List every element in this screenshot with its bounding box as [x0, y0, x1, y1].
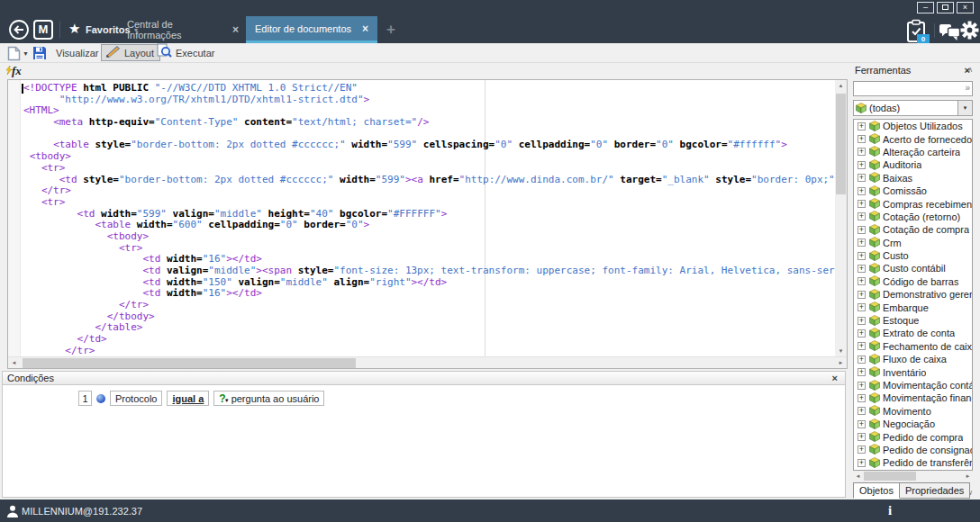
tree-item[interactable]: + Movimento [854, 405, 972, 418]
expand-plus-icon[interactable]: + [858, 342, 866, 350]
tree-item[interactable]: + Movimentação financeira [854, 392, 972, 404]
tree-item[interactable]: + Inventário [854, 365, 972, 378]
expand-plus-icon[interactable]: + [858, 291, 866, 299]
tab-close-icon[interactable]: × [362, 22, 368, 35]
filter-go-button[interactable]: » [965, 83, 970, 93]
tree-item[interactable]: + Fechamento de caixa [854, 340, 972, 353]
scroll-left-icon[interactable]: ◄ [853, 471, 863, 482]
expand-plus-icon[interactable]: + [858, 187, 866, 195]
tools-filter-input[interactable] [853, 81, 973, 96]
close-button[interactable]: × [957, 2, 974, 14]
visualizar-button[interactable]: Visualizar [56, 48, 99, 58]
tab-close-icon[interactable]: × [232, 23, 239, 36]
tree-item[interactable]: + Pedido de consignação [854, 444, 972, 456]
expand-plus-icon[interactable]: + [858, 161, 866, 169]
expand-plus-icon[interactable]: + [858, 148, 866, 156]
expand-plus-icon[interactable]: + [858, 356, 866, 364]
tree-horizontal-scrollbar[interactable]: ◄ ► [853, 471, 973, 482]
maximize-button[interactable] [937, 2, 954, 14]
new-tab-button[interactable]: + [386, 21, 395, 39]
app-logo[interactable]: M [33, 20, 53, 40]
expand-plus-icon[interactable]: + [858, 420, 866, 428]
tree-item[interactable]: + Objetos Utilizados [854, 120, 972, 132]
new-document-caret-icon[interactable]: ▼ [23, 50, 29, 57]
dropdown-caret-icon[interactable]: ▼ [957, 101, 972, 115]
tree-item[interactable]: + Estoque [854, 314, 972, 327]
scroll-right-icon[interactable]: ► [835, 357, 847, 369]
tree-item[interactable]: + Cotação de compra [854, 223, 972, 236]
expand-plus-icon[interactable]: + [858, 382, 866, 390]
expand-plus-icon[interactable]: + [858, 303, 866, 311]
conditions-close-icon[interactable]: × [832, 373, 838, 383]
editor-vertical-scrollbar[interactable]: ▲ ▼ [835, 80, 847, 357]
expand-plus-icon[interactable]: + [858, 394, 866, 402]
scroll-up-icon[interactable]: ▲ [835, 80, 847, 92]
object-cube-icon [869, 301, 880, 313]
horizontal-scroll-thumb[interactable] [23, 358, 356, 368]
tools-category-dropdown[interactable]: (todas) ▼ [853, 100, 973, 116]
tree-item[interactable]: + Demonstrativo gerencial [854, 288, 972, 301]
scroll-right-icon[interactable]: ► [963, 471, 973, 482]
settings-gear-icon[interactable] [960, 21, 979, 43]
expand-plus-icon[interactable]: + [858, 368, 866, 376]
minimize-button[interactable]: – [917, 2, 934, 14]
executar-button[interactable]: Executar [155, 44, 220, 61]
tree-item[interactable]: + Pedido de transferência [854, 456, 972, 469]
tree-item[interactable]: + Comissão [854, 184, 972, 197]
expand-plus-icon[interactable]: + [858, 265, 866, 273]
tree-item[interactable]: + Código de barras [854, 275, 972, 288]
tab-propriedades[interactable]: Propriedades [900, 482, 970, 499]
expand-plus-icon[interactable]: + [858, 238, 866, 247]
tree-item[interactable]: + Pedido de compra [854, 430, 972, 443]
tree-item[interactable]: + Custo contábil [854, 262, 972, 274]
expand-plus-icon[interactable]: + [858, 212, 866, 220]
tree-item[interactable]: + Custo [854, 249, 972, 262]
condition-field[interactable]: Protocolo [110, 391, 162, 406]
tree-item[interactable]: + Auditoria [854, 158, 972, 171]
tree-item[interactable]: + Alteração carteira [854, 146, 972, 158]
expand-plus-icon[interactable]: + [858, 122, 866, 130]
condition-operator[interactable]: igual a [167, 391, 209, 406]
tree-item[interactable]: + Fluxo de caixa [854, 353, 972, 365]
tree-item[interactable]: + Negociação [854, 418, 972, 430]
tab-objetos[interactable]: Objetos [853, 482, 900, 499]
messages-icon[interactable] [939, 22, 961, 45]
tab-editor-de-documentos[interactable]: Editor de documentos × [246, 16, 377, 43]
tree-item[interactable]: + Baixas [854, 172, 972, 184]
scroll-left-icon[interactable]: ◄ [8, 357, 20, 369]
expand-plus-icon[interactable]: + [858, 459, 866, 467]
expand-plus-icon[interactable]: + [858, 200, 866, 208]
tree-scroll-thumb[interactable] [864, 472, 916, 481]
vertical-scroll-thumb[interactable] [836, 94, 846, 194]
functions-button[interactable]: fx [5, 63, 25, 78]
expand-plus-icon[interactable]: + [858, 277, 866, 285]
expand-plus-icon[interactable]: + [858, 174, 866, 182]
expand-plus-icon[interactable]: + [858, 407, 866, 415]
favorites-star-icon[interactable]: ★ [68, 20, 80, 38]
layout-button[interactable]: Layout [101, 44, 160, 61]
code-viewport[interactable]: <!DOCTYPE html PUBLIC "-//W3C//DTD XHTML… [8, 80, 835, 357]
object-cube-icon [869, 392, 880, 404]
tree-item[interactable]: + Embarque [854, 301, 972, 313]
tree-item[interactable]: + Acerto de fornecedor [854, 132, 972, 145]
editor-horizontal-scrollbar[interactable]: ◄ ► [8, 356, 847, 368]
expand-plus-icon[interactable]: + [858, 226, 866, 234]
object-cube-icon [869, 444, 880, 456]
back-icon[interactable] [8, 19, 30, 44]
tree-item[interactable]: + Cotação (retorno) [854, 211, 972, 223]
expand-plus-icon[interactable]: + [858, 446, 866, 454]
expand-plus-icon[interactable]: + [858, 135, 866, 143]
tree-scroll-up-icon[interactable]: ∧ [967, 66, 973, 74]
tree-item[interactable]: + Crm [854, 237, 972, 249]
tree-item[interactable]: + Compras recebimento [854, 197, 972, 210]
expand-plus-icon[interactable]: + [858, 329, 866, 338]
expand-plus-icon[interactable]: + [858, 252, 866, 260]
expand-plus-icon[interactable]: + [858, 433, 866, 441]
tab-central-de-informacoes[interactable]: Central de Informações × [120, 16, 246, 43]
expand-plus-icon[interactable]: + [858, 317, 866, 325]
condition-value[interactable]: ?▼ pergunta ao usuário [213, 391, 324, 406]
tree-item[interactable]: + Extrato de conta [854, 327, 972, 339]
save-icon[interactable] [32, 46, 47, 64]
info-icon[interactable]: i [888, 503, 892, 518]
tree-item[interactable]: + Movimentação contábil [854, 379, 972, 392]
